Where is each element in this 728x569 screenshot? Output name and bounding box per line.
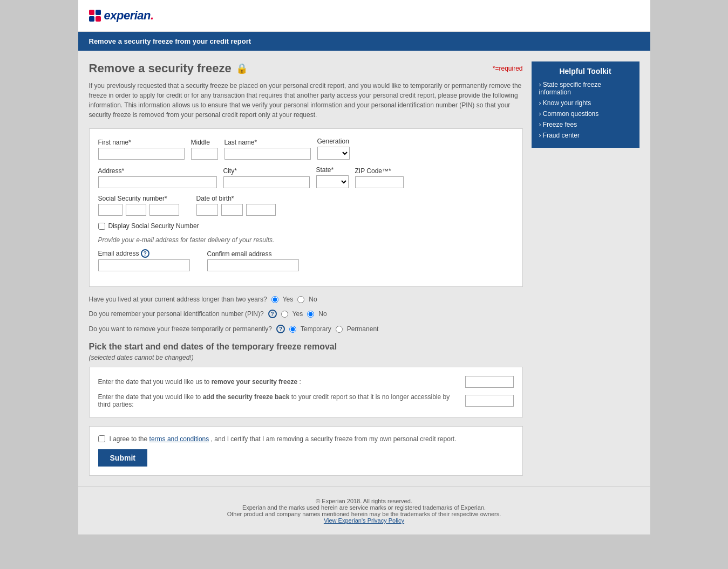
display-ssn-label: Display Social Security Number xyxy=(108,222,199,230)
q1-no-label: No xyxy=(309,296,317,303)
dob-day-input[interactable] xyxy=(221,204,243,216)
zip-group: ZIP Code™* xyxy=(355,167,404,188)
toolkit-title: Helpful Toolkit xyxy=(539,67,632,76)
privacy-policy-link[interactable]: View Experian's Privacy Policy xyxy=(324,517,404,524)
state-select[interactable]: AL AK AZ CA CO FL NY TX xyxy=(316,175,349,188)
personal-info-form-box: First name* Middle Last name* Generation xyxy=(89,128,523,287)
header: experian. xyxy=(78,0,650,32)
q3-perm-label: Permanent xyxy=(347,325,379,333)
terms-link[interactable]: terms and conditions xyxy=(149,435,209,443)
terms-text: I agree to the terms and conditions , an… xyxy=(110,435,457,443)
name-row: First name* Middle Last name* Generation xyxy=(98,138,514,160)
middle-name-input[interactable] xyxy=(191,148,218,160)
zip-label: ZIP Code™* xyxy=(355,167,404,175)
terms-row: I agree to the terms and conditions , an… xyxy=(98,435,514,443)
add-back-date-row: Enter the date that you would like to ad… xyxy=(98,393,514,408)
q2-no-label: No xyxy=(318,310,326,318)
question-1-text: Have you lived at your current address l… xyxy=(89,296,267,303)
sq2 xyxy=(96,10,101,15)
state-group: State* AL AK AZ CA CO FL NY TX xyxy=(316,166,349,188)
footer-line1: © Experian 2018. All rights reserved. xyxy=(89,498,639,504)
sq1 xyxy=(89,10,94,15)
address-label: Address* xyxy=(98,167,217,175)
ssn-part2-input[interactable] xyxy=(126,204,146,216)
add-back-date-input[interactable] xyxy=(465,395,514,407)
pin-help-icon[interactable]: ? xyxy=(268,310,277,318)
email-input[interactable] xyxy=(98,259,190,271)
freeze-help-icon[interactable]: ? xyxy=(276,325,285,333)
first-name-input[interactable] xyxy=(98,148,185,160)
q1-yes-label: Yes xyxy=(283,296,294,303)
page-title-row: Remove a security freeze 🔒 *=required xyxy=(89,61,523,76)
logo-squares xyxy=(89,10,101,22)
toolkit-item-1[interactable]: Know your rights xyxy=(539,99,632,107)
last-name-group: Last name* xyxy=(224,139,311,160)
q3-temp-radio[interactable] xyxy=(289,326,296,333)
toolkit-list: State specific freeze information Know y… xyxy=(539,81,632,139)
page-title: Remove a security freeze 🔒 xyxy=(89,61,248,76)
city-input[interactable] xyxy=(223,176,310,188)
toolkit-item-2[interactable]: Common questions xyxy=(539,110,632,118)
toolkit-item-0[interactable]: State specific freeze information xyxy=(539,81,632,96)
generation-group: Generation Jr Sr II III xyxy=(317,138,350,160)
city-group: City* xyxy=(223,167,310,188)
last-name-label: Last name* xyxy=(224,139,311,146)
page-banner: Remove a security freeze from your credi… xyxy=(78,32,650,51)
sidebar: Helpful Toolkit State specific freeze in… xyxy=(532,61,639,476)
q2-yes-radio[interactable] xyxy=(281,311,288,318)
remove-date-row: Enter the date that you would like us to… xyxy=(98,376,514,388)
first-name-label: First name* xyxy=(98,139,185,146)
dates-box: Enter the date that you would like us to… xyxy=(89,367,523,417)
generation-select[interactable]: Jr Sr II III xyxy=(317,147,350,160)
required-note: *=required xyxy=(493,65,523,72)
toolkit-item-4[interactable]: Fraud center xyxy=(539,132,632,139)
question-1-row: Have you lived at your current address l… xyxy=(89,296,523,303)
dob-label: Date of birth* xyxy=(196,195,276,202)
dob-group: Date of birth* xyxy=(196,195,276,216)
confirm-email-input[interactable] xyxy=(207,259,299,271)
toolkit-box: Helpful Toolkit State specific freeze in… xyxy=(532,61,639,148)
state-label: State* xyxy=(316,166,349,174)
remove-date-input[interactable] xyxy=(465,376,514,388)
q1-no-radio[interactable] xyxy=(297,296,304,303)
question-3-text: Do you want to remove your freeze tempor… xyxy=(89,325,273,333)
question-2-row: Do you remember your personal identifica… xyxy=(89,310,523,318)
q3-perm-radio[interactable] xyxy=(336,326,343,333)
first-name-group: First name* xyxy=(98,139,185,160)
display-ssn-row: Display Social Security Number xyxy=(98,222,514,230)
terms-checkbox[interactable] xyxy=(98,435,105,442)
last-name-input[interactable] xyxy=(224,148,311,160)
question-3-row: Do you want to remove your freeze tempor… xyxy=(89,325,523,333)
dob-year-input[interactable] xyxy=(246,204,276,216)
email-group: Email address ? xyxy=(98,249,190,271)
lock-icon: 🔒 xyxy=(236,63,248,74)
dates-section: Pick the start and end dates of the temp… xyxy=(89,342,523,417)
display-ssn-checkbox[interactable] xyxy=(98,223,105,230)
sq3 xyxy=(89,16,94,22)
middle-name-label: Middle xyxy=(191,139,218,146)
ssn-dob-row: Social Security number* Date of birth* xyxy=(98,195,514,216)
page-description: If you previously requested that a secur… xyxy=(89,81,523,120)
submit-button[interactable]: Submit xyxy=(98,449,147,467)
email-help-icon[interactable]: ? xyxy=(141,249,149,258)
generation-label: Generation xyxy=(317,138,350,145)
middle-name-group: Middle xyxy=(191,139,218,160)
footer-line2: Experian and the marks used herein are s… xyxy=(89,504,639,511)
form-section: Remove a security freeze 🔒 *=required If… xyxy=(89,61,523,476)
address-input[interactable] xyxy=(98,176,217,188)
ssn-inputs xyxy=(98,204,179,216)
zip-input[interactable] xyxy=(355,176,404,188)
q1-yes-radio[interactable] xyxy=(271,296,278,303)
address-group: Address* xyxy=(98,167,217,188)
dob-month-input[interactable] xyxy=(196,204,218,216)
q2-yes-label: Yes xyxy=(292,310,303,318)
terms-box: I agree to the terms and conditions , an… xyxy=(89,426,523,476)
ssn-label: Social Security number* xyxy=(98,195,179,202)
address-row: Address* City* State* AL AK AZ xyxy=(98,166,514,188)
email-promo-text: Provide your e-mail address for faster d… xyxy=(98,236,514,244)
q2-no-radio[interactable] xyxy=(307,311,314,318)
ssn-part1-input[interactable] xyxy=(98,204,123,216)
ssn-part3-input[interactable] xyxy=(149,204,179,216)
q3-temp-label: Temporary xyxy=(301,325,331,333)
toolkit-item-3[interactable]: Freeze fees xyxy=(539,121,632,128)
